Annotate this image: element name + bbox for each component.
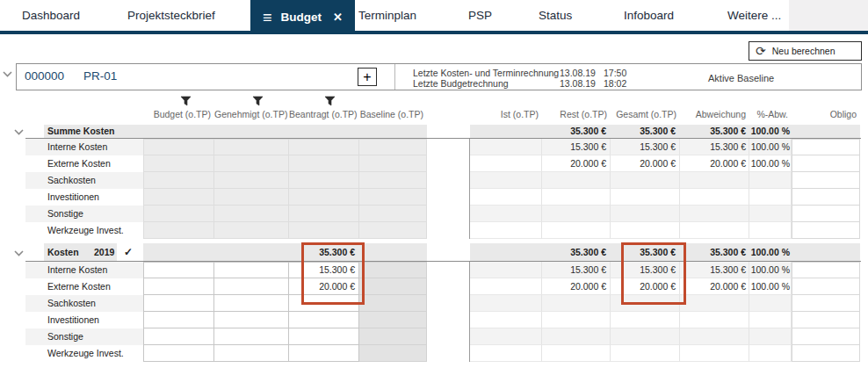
- cell-obligo[interactable]: [792, 278, 860, 295]
- menu-icon: ≡: [263, 10, 272, 25]
- cell-gesamt-o-tp: [611, 328, 680, 345]
- tab-terminplan[interactable]: Terminplan: [358, 0, 416, 31]
- tab-psp[interactable]: PSP: [468, 0, 492, 31]
- summary-value-gesamt: 35.300 €: [611, 243, 676, 261]
- editable-cell-budget-o-tp[interactable]: [143, 295, 214, 312]
- nav-accent-strip: [0, 31, 868, 34]
- row-label: Werkzeuge Invest.: [47, 345, 124, 362]
- row-label: Sachkosten: [47, 295, 96, 312]
- cell-obligo[interactable]: [792, 328, 860, 345]
- summary-value-abweichung: 35.300 €: [680, 243, 746, 261]
- cell-baseline-o-tp: [359, 278, 427, 295]
- cell-rest-o-tp: [542, 295, 611, 312]
- cell-rest-o-tp: [542, 312, 611, 328]
- close-tab-icon[interactable]: ✕: [333, 11, 343, 23]
- editable-cell-budget-o-tp[interactable]: [143, 278, 214, 295]
- editable-cell-budget-o-tp[interactable]: [143, 345, 214, 362]
- value-beantragt: 20.000 €: [289, 278, 355, 295]
- editable-cell-genehmigt-o-tp[interactable]: [214, 312, 289, 328]
- editable-cell-beantragt-o-tp[interactable]: [289, 345, 359, 362]
- summary-value-pct: 100.00 %: [749, 243, 790, 261]
- cell-abw: [749, 328, 792, 345]
- editable-cell-genehmigt-o-tp[interactable]: [214, 345, 289, 362]
- editable-cell-genehmigt-o-tp[interactable]: [214, 295, 289, 312]
- value-beantragt: 15.300 €: [289, 262, 355, 278]
- cell-gesamt-o-tp: [611, 312, 680, 328]
- top-navigation: DashboardProjektsteckbrief≡Budget✕Termin…: [0, 0, 868, 34]
- row-label: Investitionen: [47, 312, 99, 328]
- editable-cell-beantragt-o-tp[interactable]: [289, 328, 359, 345]
- cell-baseline-o-tp: [359, 312, 427, 328]
- value-pct: 100.00 %: [749, 278, 790, 295]
- summary-value-beantragt: 35.300 €: [289, 243, 355, 261]
- editable-cell-beantragt-o-tp[interactable]: [289, 295, 359, 312]
- tab-label: Budget: [281, 11, 322, 24]
- nav-spacer: [789, 0, 868, 31]
- tab-infoboard[interactable]: Infoboard: [624, 0, 674, 31]
- row-label: Externe Kosten: [47, 278, 111, 295]
- cell-rest-o-tp: [542, 328, 611, 345]
- tab-status[interactable]: Status: [539, 0, 572, 31]
- tab-dashboard[interactable]: Dashboard: [22, 0, 80, 31]
- cell-ist-o-tp: [470, 345, 542, 362]
- value-pct: 100.00 %: [749, 262, 790, 278]
- cell-baseline-o-tp: [359, 295, 427, 312]
- section-year: 2019: [94, 243, 114, 261]
- cell-obligo[interactable]: [792, 262, 860, 278]
- editable-cell-genehmigt-o-tp[interactable]: [214, 262, 289, 278]
- section-collapse-chevron[interactable]: [14, 250, 24, 256]
- tab-projektsteckbrief[interactable]: Projektsteckbrief: [127, 0, 215, 31]
- cell-gesamt-o-tp: [611, 345, 680, 362]
- cell-baseline-o-tp: [359, 345, 427, 362]
- value-abweichung: 15.300 €: [680, 262, 746, 278]
- tab-weitere[interactable]: Weitere ...: [727, 0, 781, 31]
- row-label-stripe: [25, 328, 143, 345]
- editable-cell-budget-o-tp[interactable]: [143, 328, 214, 345]
- cell-abw: [749, 312, 792, 328]
- row-label: Interne Kosten: [47, 262, 107, 278]
- section-band: [143, 243, 427, 261]
- value-gesamt: 15.300 €: [611, 262, 676, 278]
- cell-abweichung: [680, 328, 749, 345]
- cell-abweichung: [680, 312, 749, 328]
- cell-abw: [749, 295, 792, 312]
- row-label: Sonstige: [47, 328, 83, 345]
- value-gesamt: 20.000 €: [611, 278, 676, 295]
- cell-ist-o-tp: [470, 278, 542, 295]
- section-kosten-2019: Kosten2019✓35.300 €35.300 €35.300 €35.30…: [0, 0, 868, 368]
- cell-ist-o-tp: [470, 312, 542, 328]
- cell-obligo[interactable]: [792, 345, 860, 362]
- cell-abweichung: [680, 295, 749, 312]
- cell-baseline-o-tp: [359, 328, 427, 345]
- cell-obligo[interactable]: [792, 295, 860, 312]
- cell-obligo[interactable]: [792, 312, 860, 328]
- summary-value-rest: 35.300 €: [542, 243, 606, 261]
- cell-ist-o-tp: [470, 295, 542, 312]
- section-title: Kosten: [47, 243, 79, 261]
- cell-abw: [749, 345, 792, 362]
- cell-gesamt-o-tp: [611, 295, 680, 312]
- tab-budget[interactable]: ≡Budget✕: [250, 0, 355, 34]
- editable-cell-genehmigt-o-tp[interactable]: [214, 278, 289, 295]
- confirmed-check-icon: ✓: [124, 243, 133, 261]
- cell-baseline-o-tp: [359, 262, 427, 278]
- budget-page: DashboardProjektsteckbrief≡Budget✕Termin…: [0, 0, 868, 368]
- editable-cell-genehmigt-o-tp[interactable]: [214, 328, 289, 345]
- editable-cell-budget-o-tp[interactable]: [143, 262, 214, 278]
- value-rest: 15.300 €: [542, 262, 606, 278]
- editable-cell-budget-o-tp[interactable]: [143, 312, 214, 328]
- cell-ist-o-tp: [470, 262, 542, 278]
- cell-rest-o-tp: [542, 345, 611, 362]
- editable-cell-beantragt-o-tp[interactable]: [289, 312, 359, 328]
- value-abweichung: 20.000 €: [680, 278, 746, 295]
- cell-ist-o-tp: [470, 328, 542, 345]
- cell-abweichung: [680, 345, 749, 362]
- value-rest: 20.000 €: [542, 278, 606, 295]
